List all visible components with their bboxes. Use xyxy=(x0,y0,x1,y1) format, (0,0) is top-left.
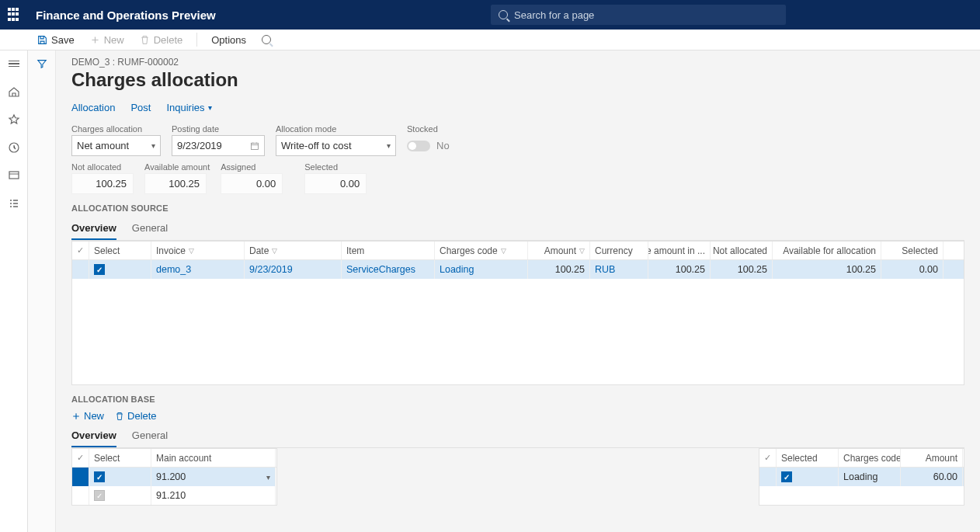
search-icon xyxy=(499,10,508,19)
col-header-mark[interactable]: ✓ xyxy=(759,449,777,467)
trash-icon xyxy=(140,35,150,45)
shell: DEMO_3 : RUMF-000002 Charges allocation … xyxy=(0,50,980,532)
base-tabs: Overview General xyxy=(71,425,964,448)
plus-icon xyxy=(90,35,100,45)
delete-button[interactable]: Delete xyxy=(134,32,189,48)
field-not-allocated: Not allocated 100.25 xyxy=(71,162,134,194)
cell-charges-code[interactable]: Loading xyxy=(839,468,901,486)
cell-main-account[interactable]: 91.210 xyxy=(151,486,276,505)
row-marker[interactable] xyxy=(759,468,777,486)
cell-selected[interactable] xyxy=(777,468,839,486)
row-marker[interactable] xyxy=(72,260,89,279)
filter-button[interactable] xyxy=(33,55,50,72)
checkbox-checked-icon[interactable] xyxy=(94,264,105,275)
col-header-mark[interactable]: ✓ xyxy=(72,449,89,467)
posting-date-input[interactable]: 9/23/2019 xyxy=(172,135,265,156)
cell-select[interactable] xyxy=(89,468,151,486)
base-new-button[interactable]: New xyxy=(71,410,104,422)
trash-icon xyxy=(115,412,124,421)
selected-value: 0.00 xyxy=(304,173,367,194)
nav-recent-button[interactable] xyxy=(5,139,23,156)
funnel-icon: ▽ xyxy=(579,247,585,255)
breadcrumb: DEMO_3 : RUMF-000002 xyxy=(71,57,964,68)
table-row[interactable]: 91.210 xyxy=(72,486,276,505)
tab-overview[interactable]: Overview xyxy=(71,217,116,240)
global-search[interactable] xyxy=(491,5,786,25)
tab-general[interactable]: General xyxy=(132,217,168,240)
stocked-toggle[interactable] xyxy=(407,141,430,151)
col-header-invoice[interactable]: Invoice▽ xyxy=(151,242,245,259)
col-header-charges[interactable]: Charges code xyxy=(839,449,901,467)
not-allocated-value: 100.25 xyxy=(71,173,134,194)
delete-label: Delete xyxy=(154,34,183,46)
cell-item[interactable]: ServiceCharges xyxy=(342,260,435,279)
charges-allocation-select[interactable]: Net amount▾ xyxy=(71,135,161,156)
col-header-date[interactable]: Date▽ xyxy=(245,242,342,259)
cell-date[interactable]: 9/23/2019 xyxy=(245,260,342,279)
col-header-amount[interactable]: Amount xyxy=(901,449,963,467)
clock-icon xyxy=(8,141,20,154)
checkbox-disabled-icon xyxy=(94,490,105,501)
calendar-icon xyxy=(250,141,259,151)
cell-not-allocated: 100.25 xyxy=(711,260,773,279)
col-header-mark[interactable]: ✓ xyxy=(72,242,89,259)
tab-overview[interactable]: Overview xyxy=(71,425,116,447)
base-grid: ✓ Select Main account 91.200▾ 91.210 xyxy=(71,448,277,506)
nav-home-button[interactable] xyxy=(5,83,23,100)
base-delete-button[interactable]: Delete xyxy=(115,410,157,422)
table-row[interactable]: demo_3 9/23/2019 ServiceCharges Loading … xyxy=(72,260,964,279)
assigned-value: 0.00 xyxy=(221,173,283,194)
star-icon xyxy=(8,113,20,126)
row-marker[interactable] xyxy=(72,468,89,486)
save-button[interactable]: Save xyxy=(31,32,81,48)
allocation-mode-select[interactable]: Write-off to cost▾ xyxy=(276,135,396,156)
col-header-amount-in[interactable]: The amount in ... xyxy=(648,242,711,259)
app-launcher-icon[interactable] xyxy=(8,8,22,22)
search-input[interactable] xyxy=(514,9,778,21)
home-icon xyxy=(8,85,20,98)
plus-icon xyxy=(71,412,81,421)
col-header-not-allocated[interactable]: Not allocated xyxy=(711,242,773,259)
section-allocation-base: ALLOCATION BASE xyxy=(71,395,964,404)
col-header-main-account[interactable]: Main account xyxy=(151,449,276,467)
col-header-charges[interactable]: Charges code▽ xyxy=(435,242,528,259)
row-marker[interactable] xyxy=(72,486,89,505)
checkbox-checked-icon[interactable] xyxy=(94,471,105,482)
col-header-selected[interactable]: Selected xyxy=(777,449,839,467)
filter-rail xyxy=(28,50,56,532)
col-header-available[interactable]: Available for allocation xyxy=(773,242,881,259)
nav-workspaces-button[interactable] xyxy=(5,167,23,184)
col-header-selected[interactable]: Selected xyxy=(881,242,944,259)
col-header-select[interactable]: Select xyxy=(89,449,151,467)
action-post[interactable]: Post xyxy=(130,102,151,113)
nav-favorites-button[interactable] xyxy=(5,111,23,128)
find-button[interactable] xyxy=(255,33,277,47)
tab-general[interactable]: General xyxy=(132,425,168,447)
cell-charges-code[interactable]: Loading xyxy=(435,260,528,279)
action-allocation[interactable]: Allocation xyxy=(71,102,115,113)
cell-select[interactable] xyxy=(89,260,151,279)
table-row[interactable]: 91.200▾ xyxy=(72,468,276,486)
nav-modules-button[interactable] xyxy=(5,195,23,212)
app-header: Finance and Operations Preview xyxy=(0,0,980,30)
cell-currency[interactable]: RUB xyxy=(590,260,648,279)
chevron-down-icon[interactable]: ▾ xyxy=(266,473,275,482)
field-available-amount: Available amount 100.25 xyxy=(144,162,210,194)
options-button[interactable]: Options xyxy=(205,32,252,48)
col-header-select[interactable]: Select xyxy=(89,242,151,259)
col-header-amount[interactable]: Amount▽ xyxy=(528,242,590,259)
new-label: New xyxy=(104,34,124,46)
separator xyxy=(196,33,197,47)
cell-select[interactable] xyxy=(89,486,151,505)
action-inquiries[interactable]: Inquiries▾ xyxy=(166,102,211,113)
field-allocation-mode: Allocation mode Write-off to cost▾ xyxy=(276,124,396,156)
new-button[interactable]: New xyxy=(84,32,130,48)
table-row[interactable]: Loading 60.00 xyxy=(759,468,964,486)
col-header-item[interactable]: Item xyxy=(342,242,435,259)
checkbox-checked-icon[interactable] xyxy=(781,471,792,482)
col-header-currency[interactable]: Currency xyxy=(590,242,648,259)
nav-menu-button[interactable] xyxy=(5,55,23,72)
cell-invoice[interactable]: demo_3 xyxy=(151,260,245,279)
cell-main-account[interactable]: 91.200▾ xyxy=(151,468,276,486)
cell-amount: 60.00 xyxy=(901,468,963,486)
